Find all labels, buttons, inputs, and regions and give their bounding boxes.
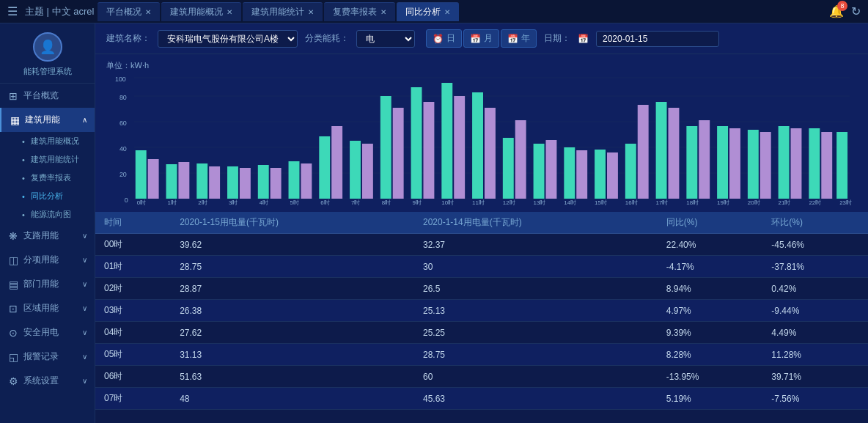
table-header-row: 时间 2020-1-15用电量(千瓦时) 2020-1-14用电量(千瓦时) 同…: [95, 212, 868, 234]
svg-text:80: 80: [119, 94, 127, 101]
cell-current: 27.62: [171, 322, 414, 344]
cell-current: 39.62: [171, 234, 414, 256]
cell-time: 03时: [95, 300, 171, 322]
chart-svg: 0 20 40 60 80 100: [106, 74, 857, 206]
bar-current-18: [686, 126, 697, 199]
tab-close-icon[interactable]: ✕: [308, 8, 314, 16]
sidebar-item-subitem[interactable]: ◫ 分项用能 ∨: [0, 248, 95, 272]
bar-prev-13: [545, 140, 556, 199]
tab-platform[interactable]: 平台概况 ✕: [98, 2, 160, 21]
cell-mom: -9.44%: [762, 300, 868, 322]
menu-icon[interactable]: ☰: [7, 4, 18, 18]
sidebar-item-settings[interactable]: ⚙ 系统设置 ∨: [0, 369, 95, 393]
refresh-icon[interactable]: ↻: [851, 4, 861, 18]
cell-previous: 45.63: [414, 388, 658, 410]
nav-items: ⊞ 平台概览 ▦ 建筑用能 ∧ 建筑用能概况 建筑用能统计 复费率报表 同: [0, 84, 95, 423]
notification-badge: 8: [837, 1, 847, 11]
sidebar-item-building-stats[interactable]: 建筑用能统计: [15, 150, 95, 169]
cell-previous: 28.75: [414, 344, 658, 366]
sidebar-item-alarm[interactable]: ◱ 报警记录 ∨: [0, 345, 95, 369]
tab-close-icon[interactable]: ✕: [227, 8, 232, 16]
avatar: 👤: [33, 32, 62, 62]
sidebar-item-region[interactable]: ⊡ 区域用能 ∨: [0, 296, 95, 320]
tab-close-icon[interactable]: ✕: [380, 8, 386, 16]
table-area: 时间 2020-1-15用电量(千瓦时) 2020-1-14用电量(千瓦时) 同…: [95, 212, 868, 423]
cell-time: 06时: [95, 366, 171, 388]
bar-prev-16: [638, 105, 649, 199]
svg-text:18时: 18时: [686, 199, 699, 206]
cell-previous: 25.25: [414, 322, 658, 344]
cell-mom: -7.56%: [762, 388, 868, 410]
svg-text:0时: 0时: [137, 199, 146, 206]
bar-prev-0: [148, 159, 159, 199]
sidebar-item-building-overview[interactable]: 建筑用能概况: [15, 132, 95, 150]
sidebar-item-branch[interactable]: ❋ 支路用能 ∨: [0, 224, 95, 248]
calendar-month-btn[interactable]: 📅 月: [463, 29, 499, 48]
filter-bar: 建筑名称： 安科瑞电气股份有限公司A楼 分类能耗： 电 ⏰ 日 📅 月 📅 年 …: [95, 23, 868, 54]
bar-current-5: [289, 161, 300, 199]
bar-prev-4: [271, 168, 282, 199]
svg-text:100: 100: [115, 76, 126, 83]
settings-icon: ⚙: [7, 375, 19, 387]
calendar-icon: 📅: [578, 34, 589, 44]
sidebar-item-yoy[interactable]: 同比分析: [15, 187, 95, 205]
cell-mom: 39.71%: [762, 366, 868, 388]
bar-prev-21: [791, 128, 802, 199]
cell-current: 28.87: [171, 278, 414, 300]
tab-building-stats[interactable]: 建筑用能统计 ✕: [243, 2, 323, 21]
sidebar-item-platform[interactable]: ⊞ 平台概览: [0, 84, 95, 108]
svg-text:5时: 5时: [290, 199, 299, 206]
bar-current-15: [595, 150, 606, 199]
svg-text:12时: 12时: [503, 199, 515, 206]
sidebar-item-tariff-report[interactable]: 复费率报表: [15, 169, 95, 187]
svg-text:3时: 3时: [229, 199, 238, 206]
cell-current: 26.38: [171, 300, 414, 322]
table-row: 03时26.3825.134.97%-9.44%: [95, 300, 868, 322]
alarm-icon: ◱: [7, 351, 19, 363]
bar-prev-7: [362, 144, 373, 199]
calendar-year-btn[interactable]: 📅 年: [501, 29, 537, 48]
bar-prev-19: [729, 128, 740, 199]
sidebar-item-dept[interactable]: ▤ 部门用能 ∨: [0, 272, 95, 296]
tab-yoy-analysis[interactable]: 同比分析 ✕: [397, 2, 459, 21]
tab-building-overview[interactable]: 建筑用能概况 ✕: [161, 2, 241, 21]
col-current: 2020-1-15用电量(千瓦时): [171, 212, 414, 234]
cell-time: 00时: [95, 234, 171, 256]
bar-current-16: [625, 144, 636, 199]
date-input[interactable]: [596, 31, 719, 47]
bar-current-8: [380, 96, 391, 199]
top-bar-icons: 🔔 8 ↻: [829, 4, 861, 18]
cell-previous: 30: [414, 256, 658, 278]
sidebar-item-safety[interactable]: ⊙ 安全用电 ∨: [0, 320, 95, 345]
svg-text:9时: 9时: [413, 199, 422, 206]
chevron-icon: ∨: [82, 377, 87, 385]
bar-current-19: [717, 126, 728, 199]
category-select[interactable]: 电: [356, 30, 415, 48]
category-label: 分类能耗：: [305, 32, 349, 45]
bar-prev-2: [209, 166, 220, 199]
svg-text:20: 20: [119, 171, 127, 178]
safety-icon: ⊙: [7, 327, 19, 339]
data-table: 时间 2020-1-15用电量(千瓦时) 2020-1-14用电量(千瓦时) 同…: [95, 212, 868, 410]
svg-text:11时: 11时: [472, 199, 485, 206]
sidebar-item-energy-flow[interactable]: 能源流向图: [15, 205, 95, 224]
bar-current-17: [656, 102, 667, 199]
notification-icon[interactable]: 🔔 8: [829, 4, 844, 18]
bar-current-11: [472, 92, 483, 199]
cell-yoy: 8.28%: [658, 344, 763, 366]
col-yoy: 同比(%): [658, 212, 763, 234]
tab-close-icon[interactable]: ✕: [145, 8, 151, 16]
sidebar-item-building[interactable]: ▦ 建筑用能 ∧: [0, 108, 95, 132]
chart-area: 单位：kW·h 0 20 40 60 80 100: [95, 54, 868, 212]
building-select[interactable]: 安科瑞电气股份有限公司A楼: [158, 30, 298, 48]
date-button-group: ⏰ 日 📅 月 📅 年: [426, 29, 537, 48]
tab-close-icon[interactable]: ✕: [444, 8, 450, 16]
tab-tariff-report[interactable]: 复费率报表 ✕: [324, 2, 395, 21]
dept-icon: ▤: [7, 279, 19, 290]
chart-unit: 单位：kW·h: [106, 60, 857, 71]
cell-yoy: 5.19%: [658, 388, 763, 410]
svg-text:16时: 16时: [625, 199, 638, 206]
nav-sub-building: 建筑用能概况 建筑用能统计 复费率报表 同比分析 能源流向图: [0, 132, 95, 224]
svg-text:2时: 2时: [198, 199, 207, 206]
clock-icon-btn[interactable]: ⏰ 日: [426, 29, 462, 48]
